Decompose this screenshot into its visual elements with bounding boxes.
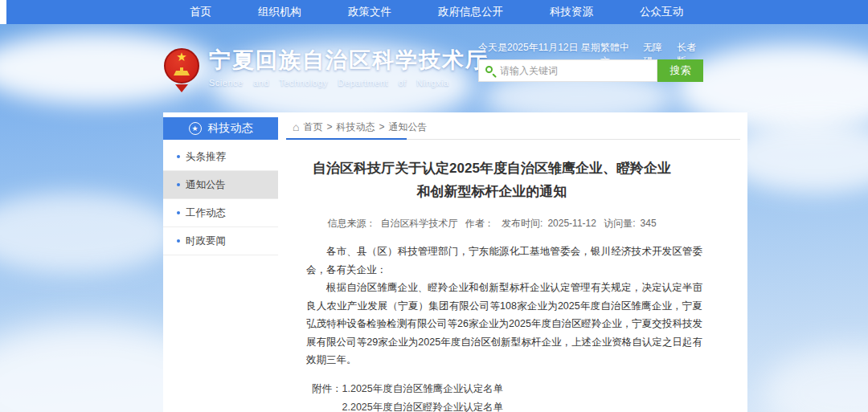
nav-item-sci-tech-resources[interactable]: 科技资源 [550, 5, 593, 19]
nav-item-organization[interactable]: 组织机构 [258, 5, 301, 19]
bullet-icon [177, 239, 180, 243]
search-icon [485, 66, 497, 77]
article-paragraph: 各市、县（区）科技管理部门，宁东能源化工基地管委会，银川经济技术开发区管委会，各… [306, 243, 702, 279]
search-box [478, 59, 657, 82]
nav-item-home[interactable]: 首页 [190, 5, 211, 19]
meta-time-label: 发布时间: [502, 218, 542, 229]
site-subtitle: Science and Technology Department of Nin… [209, 78, 489, 88]
breadcrumb-separator: > [379, 121, 384, 133]
nav-item-policy-documents[interactable]: 政策文件 [348, 5, 391, 19]
article-meta: 信息来源：自治区科学技术厅 作者： 发布时间:2025-11-12 访问量:34… [286, 217, 698, 230]
article-body: 各市、县（区）科技管理部门，宁东能源化工基地管委会，银川经济技术开发区管委会，各… [306, 243, 702, 369]
sidebar: ★ 科技动态 头条推荐 通知公告 工作动态 时政要闻 [163, 117, 278, 255]
nav-item-public-interaction[interactable]: 公众互动 [640, 5, 683, 19]
bullet-icon [177, 211, 180, 214]
search-bar: 搜索 [478, 59, 703, 82]
sidebar-title-label: 科技动态 [208, 121, 253, 136]
sidebar-item-label: 工作动态 [186, 206, 226, 220]
breadcrumb-home[interactable]: 首页 [303, 120, 322, 134]
attachments-label: 附件： [312, 380, 342, 412]
cloud [764, 345, 868, 412]
attachments: 附件： 1.2025年度自治区雏鹰企业认定名单 2.2025年度自治区瞪羚企业认… [312, 380, 747, 412]
home-icon: ⌂ [293, 122, 299, 132]
sidebar-item-notices[interactable]: 通知公告 [163, 171, 278, 199]
article-paragraph: 根据自治区雏鹰企业、瞪羚企业和创新型标杆企业认定管理有关规定，决定认定半亩良人农… [306, 279, 702, 369]
sidebar-item-work-updates[interactable]: 工作动态 [163, 199, 278, 227]
ribbon-shape [175, 84, 188, 92]
content-area: ⌂ 首页 > 科技动态 > 通知公告 自治区科技厅关于认定2025年度自治区雏鹰… [286, 117, 747, 412]
bullet-icon [177, 183, 180, 186]
breadcrumb-separator: > [326, 121, 332, 133]
search-input[interactable] [500, 60, 653, 81]
meta-visits-label: 访问量: [604, 218, 635, 229]
brand-text: 宁夏回族自治区科学技术厅 Science and Technology Depa… [209, 47, 489, 88]
site-brand[interactable]: ★ 宁夏回族自治区科学技术厅 Science and Technology De… [164, 47, 489, 95]
article-title: 自治区科技厅关于认定2025年度自治区雏鹰企业、瞪羚企业 和创新型标杆企业的通知 [286, 157, 698, 203]
breadcrumb-notices[interactable]: 通知公告 [389, 120, 428, 134]
attachment-list: 1.2025年度自治区雏鹰企业认定名单 2.2025年度自治区瞪羚企业认定名单 … [342, 380, 534, 412]
star-icon: ★ [164, 50, 199, 64]
sidebar-title: ★ 科技动态 [163, 117, 278, 140]
article-title-line2: 和创新型标杆企业的通知 [286, 180, 698, 203]
site-title: 宁夏回族自治区科学技术厅 [209, 47, 489, 74]
search-button[interactable]: 搜索 [657, 59, 703, 82]
bullet-icon [177, 155, 180, 158]
top-nav: 首页 组织机构 政策文件 政府信息公开 科技资源 公众互动 [6, 0, 868, 24]
attachment-link-2[interactable]: 2.2025年度自治区瞪羚企业认定名单 [342, 398, 534, 412]
meta-visits: 345 [641, 218, 657, 229]
meta-source: 自治区科学技术厅 [380, 218, 457, 229]
sidebar-item-current-affairs[interactable]: 时政要闻 [163, 227, 278, 255]
sidebar-item-label: 时政要闻 [186, 235, 226, 248]
breadcrumb-sci-tech-news[interactable]: 科技动态 [336, 120, 375, 134]
meta-time: 2025-11-12 [547, 218, 596, 229]
sidebar-item-headlines[interactable]: 头条推荐 [163, 143, 278, 171]
star-circle-icon: ★ [189, 122, 202, 135]
meta-source-label: 信息来源： [327, 218, 375, 229]
attachment-link-1[interactable]: 1.2025年度自治区雏鹰企业认定名单 [342, 380, 534, 398]
sidebar-item-label: 通知公告 [186, 178, 226, 192]
article-title-line1: 自治区科技厅关于认定2025年度自治区雏鹰企业、瞪羚企业 [286, 157, 698, 180]
main-panel: ★ 科技动态 头条推荐 通知公告 工作动态 时政要闻 [163, 112, 747, 412]
cloud [0, 193, 177, 273]
national-emblem-logo: ★ [164, 47, 201, 95]
sidebar-item-label: 头条推荐 [186, 150, 226, 164]
sidebar-list: 头条推荐 通知公告 工作动态 时政要闻 [163, 143, 278, 255]
page: 首页 组织机构 政策文件 政府信息公开 科技资源 公众互动 ★ 宁夏回族自治区科… [0, 0, 868, 412]
meta-author-label: 作者： [465, 218, 494, 229]
breadcrumb-divider [286, 138, 747, 140]
nav-item-gov-info-disclosure[interactable]: 政府信息公开 [438, 5, 503, 19]
breadcrumb: ⌂ 首页 > 科技动态 > 通知公告 [286, 117, 747, 137]
